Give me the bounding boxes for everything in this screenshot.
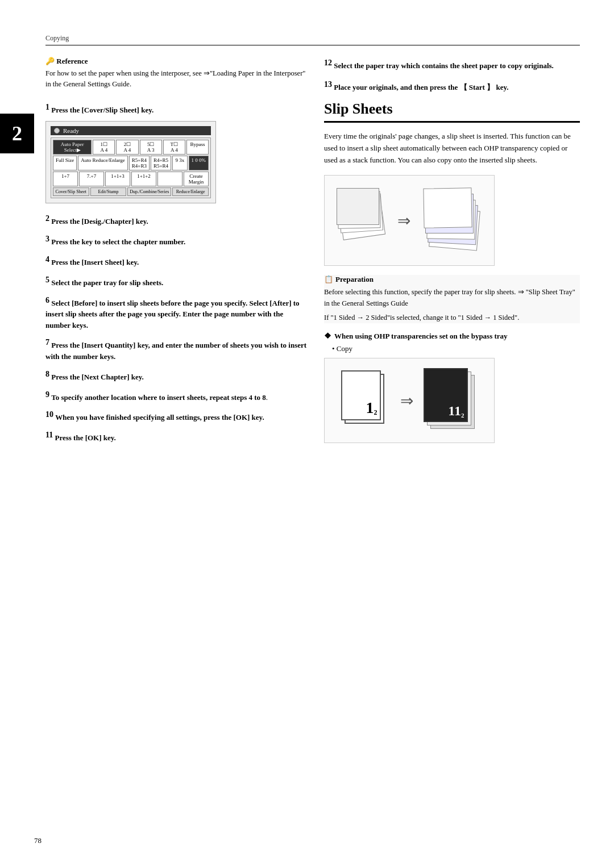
screen-cell-create: CreateMargin [184,172,209,186]
step-5-text: Select the paper tray for slip sheets. [51,278,163,287]
step-num-3: 3 [45,235,49,243]
screen-image: Ready Auto PaperSelect▶ 1☐A 4 2☐A 4 5☐A … [45,121,216,203]
breadcrumb-text: Copying [45,34,69,42]
page-number-text: 78 [34,836,42,845]
chapter-marker: 2 [0,114,34,153]
screen-row-2: Full Size Auto Reduce/Enlarge R5+R4R4+R3… [53,156,209,170]
warning-title: ❖ When using OHP transparencies set on t… [324,331,580,341]
step-num-1: 1 [45,103,49,111]
step-13-text: Place your originals, and then press the… [334,84,508,92]
screen-grid: Auto PaperSelect▶ 1☐A 4 2☐A 4 5☐A 3 T☐A … [51,137,211,198]
screen-cell-auto-reduce: Auto Reduce/Enlarge [78,156,128,170]
step-9-text: To specify another location where to ins… [51,393,248,402]
screen-cell-btn4: 1+1+2 [131,172,156,186]
step-num-4: 4 [45,255,49,264]
screen-cell-93: 9 3x [172,156,187,170]
step-11: 11 Press the [OK] key. [45,429,307,444]
copy-page-num-11-sup: 2 [461,412,464,419]
copy-left-doc: 1 2 [340,369,391,432]
step-num-6: 6 [45,296,49,304]
step-num-12: 12 [324,59,332,67]
screen-btn-edit: Edit/Stamp [90,187,127,196]
preparation-line-2: If "1 Sided → 2 Sided"is selected, chang… [324,312,580,323]
slip-sheet-diagram: ⇒ [324,175,495,266]
page: Copying 2 🔑 Reference For how to set the… [0,0,614,868]
screen-btn-cover: Cover/Slip Sheet [53,187,89,196]
reference-box: 🔑 Reference For how to set the paper whe… [45,57,307,90]
copy-label-line: • Copy [332,344,580,353]
preparation-title: 📋 Preparation [324,275,580,284]
step-num-10: 10 [45,410,53,419]
step-10: 10 When you have finished specifying all… [45,408,307,423]
screen-cell-empty [157,172,182,186]
copy-diagram: 1 2 ⇒ 11 2 [324,358,495,443]
left-column: 🔑 Reference For how to set the paper whe… [45,57,307,449]
step-1-text: Press the [Cover/Slip Sheet] key. [51,106,154,114]
right-column: 12 Select the paper tray which contains … [324,57,580,449]
step-num-8: 8 [45,370,49,378]
step-5: 5 Select the paper tray for slip sheets. [45,274,307,289]
screen-cell-bypass: Bypass [186,140,209,155]
chapter-number: 2 [12,122,22,145]
copy-page-num-1: 1 [366,399,374,417]
step-9: 9 To specify another location where to i… [45,389,307,403]
step-num-13: 13 [324,80,332,89]
screen-cell-ratio2: R4+R5R5+R4 [151,156,171,170]
stack-sheet-3 [423,188,472,228]
slip-diagram-arrow: ⇒ [397,211,410,230]
screen-btn-dup: Dup./Combine/Series [127,187,171,196]
step-6: 6 Select [Before] to insert slip sheets … [45,294,307,331]
section-title: Slip Sheets [324,101,580,123]
diagram-right [422,183,484,257]
screen-cell-btn1: 1+7 [53,172,78,186]
reference-title: 🔑 Reference [45,57,307,66]
step-12: 12 Select the paper tray which contains … [324,57,580,72]
step-4-text: Press the [Insert Sheet] key. [51,258,139,266]
copy-label-text: Copy [337,344,352,353]
step-2-text: Press the [Desig./Chapter] key. [51,218,148,226]
header-breadcrumb: Copying [45,34,580,45]
screen-cell-auto: Auto PaperSelect▶ [53,140,92,155]
step-num-7: 7 [45,338,49,347]
screen-cell-ratio1: R5+R4R4+R3 [129,156,150,170]
step-4: 4 Press the [Insert Sheet] key. [45,253,307,268]
screen-cell-btn3: 1+1+3 [105,172,130,186]
bullet-icon: • [332,344,337,353]
copy-page-num-1-sup: 2 [374,408,377,417]
step-3: 3 Press the key to select the chapter nu… [45,233,307,248]
section-intro: Every time the originals' page changes, … [324,131,580,166]
step-11-text: Press the [OK] key. [55,434,115,443]
screen-row-1: Auto PaperSelect▶ 1☐A 4 2☐A 4 5☐A 3 T☐A … [53,140,209,155]
warning-section: ❖ When using OHP transparencies set on t… [324,331,580,443]
copy-right-doc: 11 2 [422,367,479,434]
ready-dot-icon [54,128,60,133]
main-content: 🔑 Reference For how to set the paper whe… [45,57,580,449]
step-num-9: 9 [45,390,49,399]
step-1: 1 Press the [Cover/Slip Sheet] key. [45,101,307,116]
step-num-2: 2 [45,214,49,223]
screen-row-3: 1+7 7.+7 1+1+3 1+1+2 CreateMargin [53,172,209,186]
step-6-text: Select [Before] to insert slip sheets be… [45,299,300,329]
key-icon: 🔑 [45,57,55,65]
preparation-line-1: Before selecting this function, specify … [324,287,580,309]
step-9-period: . [266,393,268,402]
slip-sheets-title-text: Slip Sheets [324,101,393,117]
step-8-text: Press the [Next Chapter] key. [51,373,144,381]
step-2: 2 Press the [Desig./Chapter] key. [45,212,307,227]
step-7-text: Press the [Insert Quantity] key, and ent… [45,341,306,361]
screen-cell-full: Full Size [53,156,77,170]
screen-cell-a4-3: T☐A 4 [163,140,185,155]
diagram-left [335,183,386,257]
reference-title-text: Reference [56,57,88,65]
screen-cell-a4-1: 1☐A 4 [93,140,115,155]
copy-arrow-icon: ⇒ [400,391,413,410]
preparation-box: 📋 Preparation Before selecting this func… [324,275,580,323]
step-num-11: 11 [45,431,53,439]
screen-cell-a3: 5☐A 3 [140,140,162,155]
warning-diamond-icon: ❖ [324,332,331,340]
prep-icon: 📋 [324,275,333,284]
preparation-title-text: Preparation [335,275,374,284]
step-12-text: Select the paper tray which contains the… [334,61,554,70]
warning-title-text: When using OHP transparencies set on the… [334,332,508,340]
screen-cell-btn2: 7.+7 [79,172,104,186]
